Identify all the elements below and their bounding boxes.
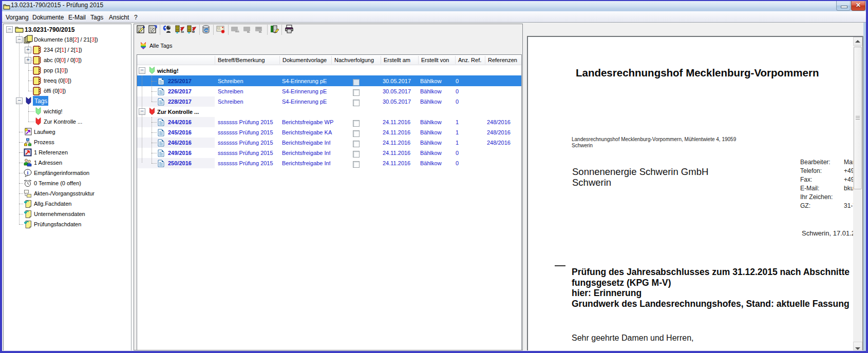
- svg-text:i: i: [27, 170, 29, 175]
- svg-text:M: M: [192, 30, 195, 33]
- svg-text:St: St: [181, 30, 184, 33]
